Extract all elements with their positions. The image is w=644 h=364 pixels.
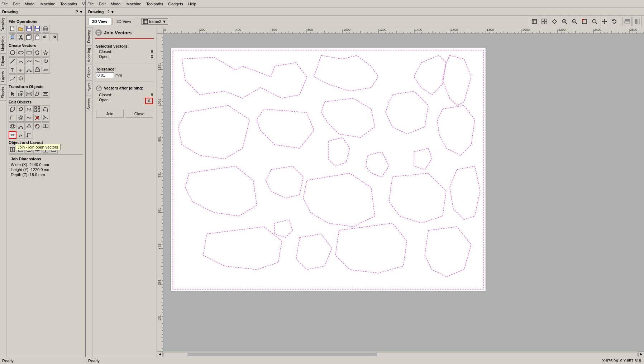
- save-as-btn[interactable]: +: [33, 25, 41, 33]
- vtab-layers[interactable]: Layers: [0, 69, 6, 84]
- node-edit-tool[interactable]: [25, 66, 33, 74]
- trim-btn[interactable]: [33, 114, 41, 122]
- paste-btn[interactable]: [33, 33, 41, 41]
- rtab-modeling[interactable]: Modeling: [86, 45, 92, 65]
- redo-btn[interactable]: [50, 33, 58, 41]
- align-btn[interactable]: [42, 90, 49, 98]
- rtab-clipart[interactable]: Clipart: [86, 65, 92, 80]
- rotate-btn[interactable]: [17, 105, 25, 113]
- spline-tool[interactable]: [33, 57, 41, 65]
- toolbar-btn-undo[interactable]: [610, 17, 619, 26]
- toolbar-btn-grid1[interactable]: [622, 17, 632, 26]
- toolbar-btn-1[interactable]: [530, 17, 539, 26]
- boolean-union-btn[interactable]: [9, 122, 16, 130]
- h-scrollbar[interactable]: ◀ ▶: [157, 351, 644, 357]
- frame-selector[interactable]: frame2 ▼: [141, 18, 168, 25]
- new-file-btn[interactable]: [9, 25, 16, 33]
- save-btn[interactable]: [25, 25, 33, 33]
- vtab-clipart[interactable]: Clipart: [0, 53, 6, 69]
- simplify-btn[interactable]: [25, 122, 33, 130]
- cut-btn[interactable]: [17, 33, 25, 41]
- scale-btn[interactable]: [17, 90, 25, 98]
- dimension-tool[interactable]: abc: [42, 66, 49, 74]
- h-scrollbar-thumb[interactable]: [187, 353, 377, 356]
- line-tool[interactable]: [9, 57, 16, 65]
- freehand-tool[interactable]: [9, 74, 16, 82]
- menu-toolpaths-right[interactable]: Toolpaths: [146, 2, 163, 6]
- bezier-btn[interactable]: [17, 122, 25, 130]
- ellipse-tool[interactable]: [17, 49, 25, 57]
- corner-btn[interactable]: [25, 131, 33, 139]
- job-dims-depth: Depth (Z): 18.0 mm: [11, 173, 81, 177]
- print-btn[interactable]: [42, 25, 49, 33]
- text-tool[interactable]: T: [9, 66, 16, 74]
- s-curve-tool[interactable]: [25, 57, 33, 65]
- menu-model-right[interactable]: Model: [111, 2, 121, 6]
- curve-tool[interactable]: [17, 57, 25, 65]
- shape-tool[interactable]: [33, 66, 41, 74]
- rtab-drawing[interactable]: Drawing: [86, 27, 92, 45]
- star-tool[interactable]: [42, 49, 49, 57]
- vtab-sheets[interactable]: Sheets: [0, 84, 6, 101]
- right-panel-arrow[interactable]: ▼: [111, 10, 115, 14]
- job-dims-height: Height (Y): 1220.0 mm: [11, 168, 81, 172]
- menu-toolpaths-left[interactable]: Toolpaths: [60, 2, 77, 6]
- array-btn[interactable]: [33, 105, 41, 113]
- skew-btn[interactable]: [33, 90, 41, 98]
- left-panel-help[interactable]: ? ▼: [76, 10, 83, 14]
- toolbar-btn-grid2[interactable]: [633, 17, 642, 26]
- close-button[interactable]: Close: [126, 110, 153, 118]
- menu-edit-right[interactable]: Edit: [99, 2, 106, 6]
- path-btn[interactable]: [17, 131, 25, 139]
- undo-btn[interactable]: [42, 33, 49, 41]
- circle-tool[interactable]: [9, 49, 16, 57]
- vtab-drawing[interactable]: Drawing: [0, 16, 6, 34]
- text-arch-tool[interactable]: T: [17, 66, 25, 74]
- mirror2-btn[interactable]: [42, 122, 49, 130]
- distort-btn[interactable]: [42, 105, 49, 113]
- tab-2d-view[interactable]: 2D View: [88, 18, 111, 25]
- join-button[interactable]: Join: [96, 110, 124, 118]
- menu-model-left[interactable]: Model: [25, 2, 35, 6]
- open-file-btn[interactable]: [17, 25, 25, 33]
- right-panel-help[interactable]: ?: [107, 10, 109, 14]
- inset-btn[interactable]: [33, 122, 41, 130]
- toolbar-btn-zoom-fit[interactable]: [580, 17, 589, 26]
- mirror-btn[interactable]: [25, 105, 33, 113]
- rtab-layers[interactable]: Layers: [86, 80, 92, 96]
- menu-help-right[interactable]: Help: [188, 2, 196, 6]
- tab-3d-view[interactable]: 3D View: [113, 18, 135, 25]
- rtab-sheets[interactable]: Sheets: [86, 96, 92, 112]
- menu-edit-left[interactable]: Edit: [13, 2, 20, 6]
- polygon-tool[interactable]: [33, 49, 41, 57]
- group-btn[interactable]: [25, 90, 33, 98]
- toolbar-btn-2[interactable]: [540, 17, 549, 26]
- offset-btn[interactable]: [17, 114, 25, 122]
- copy-btn[interactable]: [25, 33, 33, 41]
- select-all-btn[interactable]: [9, 33, 16, 41]
- menu-file-right[interactable]: File: [87, 2, 94, 6]
- spiral-tool[interactable]: [42, 57, 49, 65]
- scroll-right-btn[interactable]: ▶: [638, 351, 644, 357]
- join-vectors-btn[interactable]: [9, 131, 16, 139]
- canvas-area[interactable]: [163, 34, 644, 351]
- select-move-btn[interactable]: [9, 90, 16, 98]
- toolbar-btn-zoom-sel[interactable]: [590, 17, 599, 26]
- fillet-btn[interactable]: [9, 114, 16, 122]
- menu-machine-right[interactable]: Machine: [127, 2, 142, 6]
- toolbar-btn-pan[interactable]: [600, 17, 609, 26]
- rect-tool[interactable]: [25, 49, 33, 57]
- tolerance-input[interactable]: [96, 72, 114, 78]
- scissors-btn[interactable]: [42, 114, 49, 122]
- menu-gadgets-right[interactable]: Gadgets: [168, 2, 183, 6]
- scroll-left-btn[interactable]: ◀: [157, 351, 163, 357]
- toolbar-btn-zoom-out[interactable]: [570, 17, 579, 26]
- menu-machine-left[interactable]: Machine: [40, 2, 56, 6]
- smart-tool[interactable]: ??: [17, 74, 25, 82]
- vtab-modeling[interactable]: Modeling: [0, 34, 6, 54]
- smooth-btn[interactable]: [25, 114, 33, 122]
- toolbar-btn-3[interactable]: [550, 17, 559, 26]
- toolbar-btn-zoom-in[interactable]: [560, 17, 569, 26]
- node-edit-btn[interactable]: [9, 105, 16, 113]
- menu-file-left[interactable]: File: [1, 2, 8, 6]
